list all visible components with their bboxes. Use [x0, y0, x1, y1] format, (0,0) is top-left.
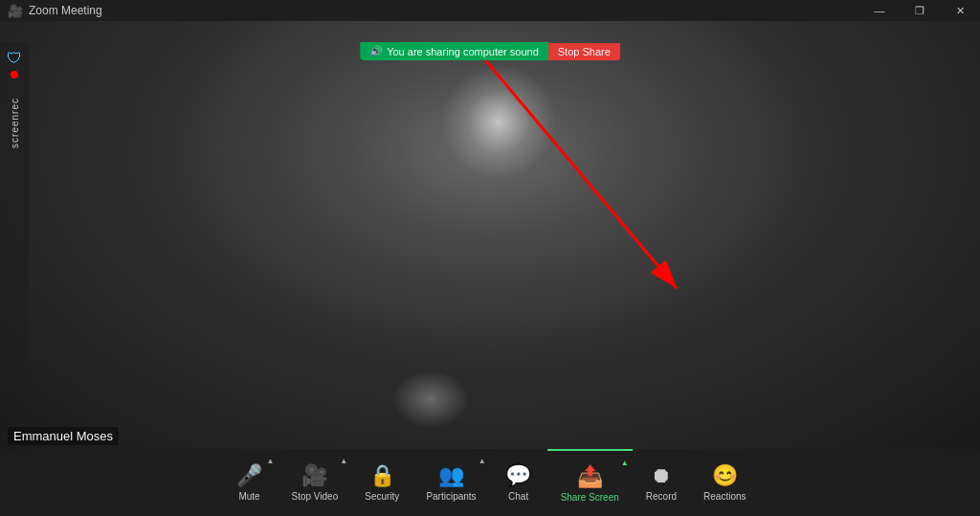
titlebar-controls[interactable]: — ❐ ✕: [859, 0, 980, 21]
participants-icon: 👥: [438, 463, 464, 488]
share-label: Share Screen: [561, 492, 619, 503]
mute-label: Mute: [238, 491, 259, 502]
participant-name-label: Emmanuel Moses: [8, 427, 119, 445]
participants-caret-icon[interactable]: ▲: [479, 457, 486, 465]
participants-label: Participants: [426, 491, 476, 502]
screenrec-label: screenrec: [10, 98, 20, 148]
chat-icon: 💬: [505, 463, 531, 488]
share-bar: 🔊 You are sharing computer sound Stop Sh…: [360, 42, 620, 60]
left-sidebar: 🛡 screenrec: [0, 42, 29, 382]
video-area: 🛡 screenrec 🔊 You are sharing computer s…: [0, 21, 980, 449]
video-caret-icon[interactable]: ▲: [340, 457, 347, 465]
chat-button[interactable]: 💬 Chat: [490, 449, 547, 516]
sound-icon: 🔊: [369, 45, 383, 57]
close-button[interactable]: ✕: [940, 0, 980, 21]
stop-share-button[interactable]: Stop Share: [548, 43, 620, 60]
record-label: Record: [646, 491, 677, 502]
recording-dot: [11, 71, 18, 79]
record-icon: ⏺: [651, 463, 672, 488]
sharing-sound-indicator: 🔊 You are sharing computer sound: [360, 42, 548, 60]
toolbar: ▲ 🎤 Mute ▲ 🎥 Stop Video 🔒 Security ▲ 👥 P…: [0, 449, 980, 516]
security-button[interactable]: 🔒 Security: [351, 449, 412, 516]
titlebar: 🎥 Zoom Meeting — ❐ ✕: [0, 0, 980, 21]
reactions-label: Reactions: [703, 491, 746, 502]
reactions-icon: 😊: [712, 463, 738, 488]
security-icon: 🔒: [369, 463, 395, 488]
security-label: Security: [365, 491, 399, 502]
record-button[interactable]: ⏺ Record: [633, 449, 690, 516]
mute-button[interactable]: ▲ 🎤 Mute: [221, 449, 278, 516]
video-icon: 🎥: [301, 463, 327, 488]
share-caret-icon[interactable]: ▲: [621, 459, 629, 467]
chat-label: Chat: [508, 491, 528, 502]
svg-line-1: [481, 56, 677, 289]
mute-caret-icon[interactable]: ▲: [267, 457, 275, 465]
share-screen-button[interactable]: ▲ 📤 Share Screen: [547, 449, 633, 516]
maximize-button[interactable]: ❐: [900, 0, 940, 21]
mute-icon: 🎤: [236, 463, 262, 488]
share-icon: 📤: [577, 464, 603, 489]
stop-video-button[interactable]: ▲ 🎥 Stop Video: [278, 449, 352, 516]
participants-button[interactable]: ▲ 👥 Participants: [412, 449, 489, 516]
video-label: Stop Video: [292, 491, 339, 502]
minimize-button[interactable]: —: [859, 0, 900, 21]
titlebar-left: 🎥 Zoom Meeting: [0, 4, 102, 18]
reactions-button[interactable]: 😊 Reactions: [690, 449, 759, 516]
annotation-arrow: [0, 42, 980, 382]
titlebar-title: Zoom Meeting: [29, 4, 102, 17]
shield-icon: 🛡: [7, 50, 22, 67]
zoom-icon: 🎥: [8, 4, 23, 18]
